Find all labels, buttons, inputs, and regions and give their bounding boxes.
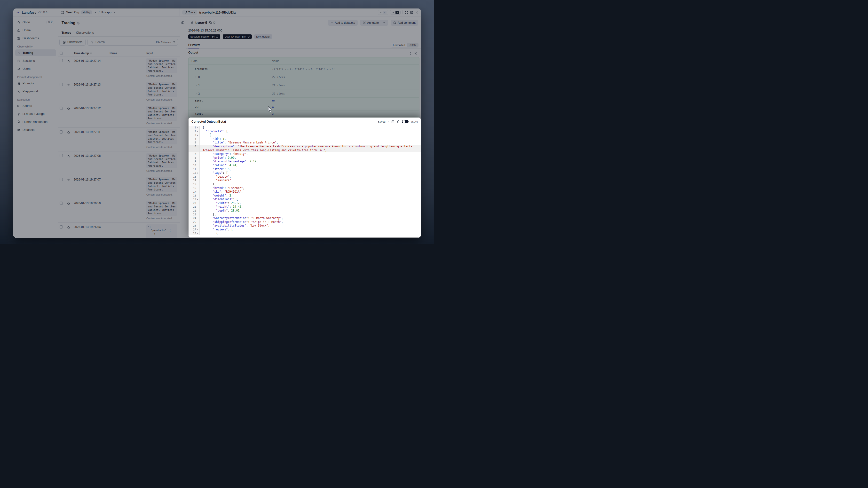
code-line-10: 10 "rating": 4.94, xyxy=(188,163,421,167)
corrected-output-panel: Corrected Output (Beta) Saved JSON 1∨{2∨… xyxy=(188,118,421,238)
json-mode-toggle[interactable] xyxy=(402,120,408,123)
code-line-19: 19∨ "dimensions": { xyxy=(188,197,421,201)
saved-status: Saved xyxy=(378,120,389,123)
code-line-24: 24 "warrantyInformation": "1 month warra… xyxy=(188,216,421,220)
code-line-14: 14 "mascara" xyxy=(188,179,421,182)
code-line-25: 25 "shippingInformation": "Ships in 1 mo… xyxy=(188,220,421,224)
json-code-editor[interactable]: 1∨{2∨ "products": [3∨ {4 "id": 1,5 "titl… xyxy=(188,126,421,238)
code-line-26: 26 "availabilityStatus": "Low Stock", xyxy=(188,224,421,228)
code-line-16: 16 "brand": "Essence", xyxy=(188,186,421,190)
desktop: Langfuse v3.146.0 Seed Org Hobby / llm-a… xyxy=(0,0,434,244)
code-line-28: 28∨ { xyxy=(188,232,421,236)
code-line-2: 2∨ "products": [ xyxy=(188,130,421,133)
code-line-1: 1∨{ xyxy=(188,126,421,130)
corrected-output-title: Corrected Output (Beta) xyxy=(191,120,226,123)
code-line-22: 22 "depth": 28.01 xyxy=(188,209,421,213)
code-line-7: 7 "category": "beauty", xyxy=(188,152,421,156)
code-line-3: 3∨ { xyxy=(188,133,421,137)
code-line-11: 11 "stock": 5, xyxy=(188,167,421,171)
code-line-15: 15 ], xyxy=(188,182,421,186)
json-toggle-label: JSON xyxy=(411,120,418,123)
code-line-wrap: Achieve dramatic lashes with this long-l… xyxy=(188,149,421,152)
code-line-6: 6 "description": "The Essence Mascara La… xyxy=(188,145,421,149)
code-line-4: 4 "id": 1, xyxy=(188,137,421,141)
code-line-23: 23 }, xyxy=(188,213,421,217)
code-line-17: 17 "sku": "RCH45Q1A", xyxy=(188,190,421,194)
save-icon[interactable] xyxy=(391,119,395,124)
langfuse-window: Langfuse v3.146.0 Seed Org Hobby / llm-a… xyxy=(13,8,421,238)
code-line-27: 27∨ "reviews": [ xyxy=(188,228,421,232)
code-line-21: 21 "height": 14.43, xyxy=(188,205,421,209)
code-line-8: 8 "price": 9.99, xyxy=(188,156,421,160)
mouse-cursor xyxy=(268,106,273,113)
code-line-20: 20 "width": 23.17, xyxy=(188,201,421,205)
code-line-18: 18 "weight": 2, xyxy=(188,194,421,198)
check-icon xyxy=(386,120,389,123)
delete-icon[interactable] xyxy=(397,119,400,124)
code-line-12: 12∨ "tags": [ xyxy=(188,171,421,175)
code-line-9: 9 "discountPercentage": 7.17, xyxy=(188,160,421,163)
code-line-13: 13 "beauty", xyxy=(188,175,421,179)
code-line-5: 5 "title": "Essence Mascara Lash Prince"… xyxy=(188,141,421,145)
